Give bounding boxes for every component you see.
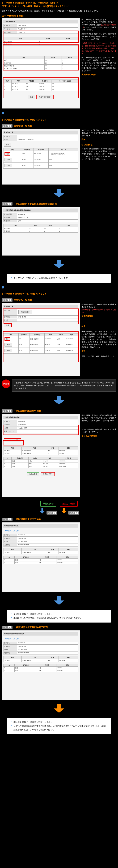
screenshot-user-change: ユーザ情報変更 ログインID0000000004 ユーザ名でんさい 花子 ユーザ… [2,18,80,108]
point-text: ・承認者は、承認パスワードを設定していないと、承認業務を行うことはできません。事… [12,379,116,392]
breadcrumb-nav: トップ画面 ▶ [管理業務] タブ ▶ [ユーザ情報管理] ボタン ▶ [変更]… [0,0,118,9]
step-title-notification-list: 通知情報一覧画面 [14,124,32,128]
note-caution-header: ② ご注意事項 [82,144,116,146]
note-select-detail: 承認または差戻しを行う債権を選択します。 [82,355,116,358]
step-badge-approval-2: STEP2 [2,409,12,413]
approve-label: 承認の実行 [40,501,56,506]
reject-exec-button[interactable]: 差戻しの実行 [40,472,55,476]
note-heading-confirm: 変更内容の確認へ [82,73,116,76]
step-title-approval-complete: 一括記録請求承認完了画面 [14,518,41,521]
screenshot-approval-waiting: 一括記録請求承認待ち 請求番号000000001 請求種別債権一括請求 承認者で… [2,414,80,497]
arrow-down-icon [0,702,118,716]
step-badge-2: STEP2 [2,202,12,206]
section-marker-icon [2,286,4,288]
arrow-down-icon [0,186,118,201]
screenshot-delete-complete: 一括記録請求仮登録削除完了 削除が完了しました。 請求番号000000001 請… [2,630,80,700]
small-step-3: STEP3 [47,511,57,515]
arrow-down-icon [61,508,68,514]
screenshot-notification-list: 通知情報一覧 通知番号 通知日2016/01/01 ～ 2016/01/31 検… [2,129,80,185]
note-warning-password: 「承認パスワード」を待たないユーザの場合、担当者の権限のみ付与することが可能です… [82,42,116,55]
step-title-result-detail: 一括記録請求仮登録結果通知情報詳細画面 [14,203,57,206]
note-heading-select: 選択 [82,350,116,353]
completion-check-box-3: 削除対象業務の一括請求が完了しました。 いずれかの請求口座に対する権限を持ち、か… [7,718,111,734]
step-title-approval-list: 承認待ち一覧画面 [14,299,32,302]
section-description: 初回のダイヤルアップ集信実施前に、担当ユーザがダイヤルアップ集信を行える設定にし… [0,9,118,14]
completion-check-box-2: 承認対象業務の一括請求が完了しました。 承認を行った承認者に、登録結果を通知しま… [7,610,111,623]
note-return-file: ダイヤルアップ集信後、センタから返却される還元ファイルにより登録結果を確認するこ… [82,129,116,137]
small-step-4: STEP4 [68,511,79,515]
note-search-detail: [検索条件表示] ボタンを押下すると、設定された条件で承認待ちの情報を検索します… [82,330,116,348]
arrow-down-icon [0,257,118,272]
detail-button[interactable]: 詳細 [4,152,10,156]
step-title-approval-waiting: 一括記録請求承認待ち画面 [14,409,41,412]
reject-label: 差戻しの実行 [60,501,78,506]
note-account-permission: ① 口座権限リストを設定します。 ダイヤルアップ集信を行う状態に設定したいユーザ… [82,18,116,31]
note-caution-body: ・センタでの仮登録のエラーがあった場合、でんさいネットシステムで通知されるエラー… [82,147,116,160]
breadcrumb-approval: トップ画面 ▶ [承認待ち一覧] ボタンをクリック [0,291,118,297]
step-badge-4: STEP4 [2,626,12,629]
search-button[interactable]: 検索 [4,143,11,147]
section-marker-icon [2,112,4,115]
note-heading-search: 検索 [82,325,116,328]
approve-exec-button[interactable]: 承認の実行 [27,472,39,476]
note-account-setting: ② 口座権限を設定します。設定する口座の [ダイヤルアップ集信] にチェックを入… [82,56,116,72]
breadcrumb-notification: トップ画面 ▶ [通知情報一覧] ボタンをクリック [0,117,118,123]
step-badge-approval-1: STEP1 [2,299,12,302]
note-approver-password: [承認者] 欄に表示される氏名を確認の上、承認パスワードを入力してください。承認… [82,414,116,422]
arrow-down-icon [0,593,118,608]
completion-check-box: ダイヤルアップ集信の仮登録結果の確認の完了となります。 [7,274,111,283]
arrow-down-icon [39,508,46,514]
point-badge: Point! [2,379,10,388]
step-title-delete-complete: 一括記録請求仮登録削除完了画面 [14,626,48,629]
section-title-user-change: ユーザ情報変更画面 [0,14,118,18]
screenshot-result-detail: 一括記録請求仮登録結果通知情報詳細 通知管理番号000000001 通知日時20… [2,207,80,255]
note-file-confirm: ファイル内容をご確認の上、承認または差戻しを行ってください。 [82,428,116,433]
screenshot-approval-list: 承認待ち一覧 決済口座決済口座選択 請求種別債権一括請求 担当者 検索 選択請求… [2,303,80,376]
note-heading-detail: 詳細 [82,138,116,141]
note-heading-account-select: 決済口座選択 [82,315,116,318]
step-badge-3: STEP3 [2,518,12,521]
note-heading-file-info: ファイル全体情報 [82,435,116,438]
note-approver-select: 承認者の選択を確認を行います。設定する業務の担当者または承認者にチェックを入れて… [82,33,116,40]
step-badge-1: STEP1 [2,124,12,128]
arrow-down-icon [0,393,118,408]
screenshot-approval-complete: 一括記録請求承認完了 承認が完了しました。 請求番号000000001 請求種別… [2,522,80,592]
note-search-condition: 検索条件を指定し、目的の承認対象を検索することもできます。 請求種別は、[債権一… [82,303,116,313]
